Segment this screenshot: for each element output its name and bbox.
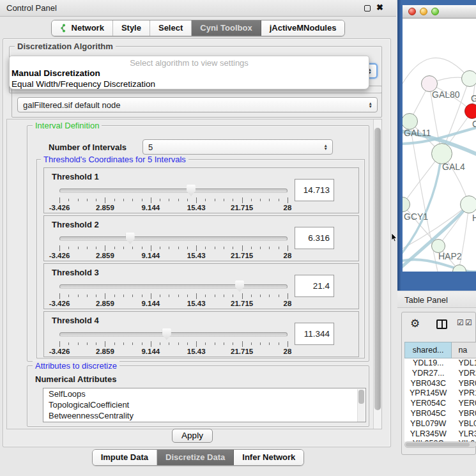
combo-arrows-icon: ▲▼: [324, 144, 328, 150]
apply-button[interactable]: Apply: [172, 429, 213, 443]
slider-track[interactable]: [59, 236, 288, 241]
threshold-2-label: Threshold 2: [52, 220, 99, 229]
node-partial-right[interactable]: [460, 196, 476, 213]
tab-style[interactable]: Style: [113, 20, 150, 36]
threshold-3-slider[interactable]: -3.4262.8599.14415.4321.71528: [59, 280, 288, 309]
network-window-titlebar[interactable]: [403, 5, 476, 19]
top-tab-bar: Network Style Select Cyni Toolbox jActiv…: [0, 20, 396, 36]
slider-track[interactable]: [59, 284, 288, 289]
algorithm-dropdown-popup: Select algorithm to view settings Manual…: [9, 56, 369, 89]
columns-icon[interactable]: [436, 319, 447, 329]
float-window-icon[interactable]: [364, 5, 371, 12]
numerical-attributes-list[interactable]: SelfLoopsTopologicalCoefficientBetweenne…: [43, 388, 366, 422]
tab-select[interactable]: Select: [150, 20, 192, 36]
threshold-1-slider[interactable]: -3.4262.8599.14415.4321.71528: [59, 185, 288, 213]
threshold-2-slider[interactable]: -3.4262.8599.14415.4321.71528: [59, 233, 288, 261]
threshold-1-label: Threshold 1: [52, 172, 99, 181]
minimize-traffic-light-icon[interactable]: [420, 8, 427, 15]
node-label-partial-ga: GA: [471, 93, 476, 104]
number-of-intervals-combobox[interactable]: 5 ▲▼: [142, 139, 333, 155]
tab-cyni-toolbox[interactable]: Cyni Toolbox: [192, 20, 261, 36]
control-panel-titlebar: Control Panel ✖: [0, 0, 396, 17]
table-header-shared-name[interactable]: shared...: [404, 342, 452, 358]
close-icon[interactable]: ✖: [376, 3, 383, 12]
vertical-scrollbar-thumb[interactable]: [374, 128, 381, 410]
table-panel-title: Table Panel: [404, 295, 448, 305]
node-partial-top-right[interactable]: [461, 70, 476, 87]
discretization-algorithm-group-title: Discretization Algorithm: [15, 42, 116, 51]
slider-handle[interactable]: [187, 185, 196, 196]
dropdown-option-manual-discretization[interactable]: Manual Discretization: [10, 68, 369, 79]
table-header-row: shared... na: [404, 342, 476, 358]
list-scrollbar-thumb[interactable]: [358, 390, 364, 404]
gear-icon[interactable]: ⚙: [410, 317, 420, 330]
node-label-hap2: HAP2: [438, 251, 462, 261]
table-row[interactable]: YBL079WYBL0: [404, 419, 476, 429]
thresholds-group-title: Threshold's Coordinates for 5 Intervals: [41, 155, 188, 164]
table-row[interactable]: YLR345WYLR3: [404, 429, 476, 440]
threshold-3-value-field[interactable]: 21.4: [295, 275, 334, 297]
slider-handle[interactable]: [162, 328, 171, 340]
tab-jactivemnodules[interactable]: jActiveMNodules: [261, 20, 345, 36]
slider-tick-labels: -3.4262.8599.14415.4321.71528: [59, 348, 288, 356]
node-label-gal80: GAL80: [432, 89, 460, 100]
dropdown-placeholder-item[interactable]: Select algorithm to view settings: [10, 56, 369, 68]
tab-discretize-data[interactable]: Discretize Data: [157, 450, 234, 465]
table-row[interactable]: YPR145WYPR1: [404, 388, 476, 399]
close-traffic-light-icon[interactable]: [408, 8, 416, 15]
threshold-2-value-field[interactable]: 6.316: [295, 227, 334, 249]
slider-track[interactable]: [59, 188, 288, 193]
horizontal-scrollbar[interactable]: [404, 441, 476, 448]
checkbox-icon[interactable]: ☑: [457, 318, 464, 327]
table-data-group: Table Data galFiltered.sif default node …: [12, 86, 382, 118]
interval-definition-group: Interval Definition Number of Intervals …: [27, 125, 369, 362]
table-panel-container: ⚙ ☑ ☑ shared... na YDL19...YDL1YDR27...Y…: [401, 312, 476, 455]
network-canvas[interactable]: GAL80 GA C GAL11 GAL4 GCY1 H HAP2: [403, 19, 476, 272]
threshold-1-value-field[interactable]: 14.713: [295, 179, 334, 201]
threshold-3-label: Threshold 3: [52, 268, 99, 277]
slider-ticks: [59, 245, 288, 251]
slider-ticks: [59, 197, 288, 203]
attributes-group-title: Attributes to discretize: [33, 361, 119, 371]
threshold-4-value-field[interactable]: 11.344: [295, 323, 334, 345]
tab-network[interactable]: Network: [52, 20, 113, 36]
attribute-list-item[interactable]: SelfLoops: [43, 388, 365, 399]
network-icon: [60, 24, 68, 33]
slider-tick-labels: -3.4262.8599.14415.4321.71528: [59, 204, 288, 212]
node-selected-red[interactable]: [464, 104, 476, 119]
table-header-name[interactable]: na: [452, 342, 476, 358]
node-attribute-table[interactable]: shared... na YDL19...YDL1YDR27...YDR2YBR…: [404, 342, 476, 441]
threshold-4-slider[interactable]: -3.4262.8599.14415.4321.71528: [59, 328, 288, 357]
table-row[interactable]: YBR043CYBR0: [404, 379, 476, 389]
table-data-combobox[interactable]: galFiltered.sif default node ▲▼: [17, 97, 378, 112]
node-label-gal4: GAL4: [442, 162, 465, 172]
tab-impute-data[interactable]: Impute Data: [93, 450, 157, 465]
slider-tick-labels: -3.4262.8599.14415.4321.71528: [59, 300, 288, 308]
checkbox-icon[interactable]: ☑: [465, 318, 472, 327]
attribute-list-item[interactable]: TopologicalCoefficient: [43, 399, 365, 410]
slider-handle[interactable]: [126, 233, 135, 244]
threshold-2-panel: Threshold 2 -3.4262.8599.14415.4321.7152…: [43, 215, 359, 261]
slider-handle[interactable]: [235, 280, 244, 292]
node-label-gcy1: GCY1: [404, 211, 428, 222]
bottom-tab-bar: Impute Data Discretize Data Infer Networ…: [0, 449, 396, 466]
attributes-group: Attributes to discretize Numerical Attri…: [27, 365, 369, 427]
table-row[interactable]: YDR27...YDR2: [404, 369, 476, 379]
mouse-cursor: [391, 233, 398, 242]
list-scrollbar[interactable]: [357, 389, 365, 422]
slider-tick-labels: -3.4262.8599.14415.4321.71528: [59, 252, 288, 260]
table-row[interactable]: YDL19...YDL1: [404, 358, 476, 369]
node-label-gal11: GAL11: [404, 128, 431, 138]
slider-track[interactable]: [59, 332, 288, 337]
horizontal-scrollbar-thumb[interactable]: [406, 443, 470, 447]
table-panel-titlebar: Table Panel: [397, 292, 476, 308]
tab-infer-network[interactable]: Infer Network: [234, 450, 303, 465]
node-label-partial-h: H: [472, 213, 476, 223]
dropdown-option-equal-width[interactable]: Equal Width/Frequency Discretization: [10, 79, 369, 89]
thresholds-group: Threshold's Coordinates for 5 Intervals …: [36, 159, 365, 358]
attribute-list-item[interactable]: BetweennessCentrality: [43, 410, 365, 421]
zoom-traffic-light-icon[interactable]: [431, 8, 439, 15]
threshold-1-panel: Threshold 1 -3.4262.8599.14415.4321.7152…: [43, 167, 359, 213]
table-row[interactable]: YER054CYER0: [404, 399, 476, 409]
table-row[interactable]: YBR045CYBR0: [404, 409, 476, 419]
